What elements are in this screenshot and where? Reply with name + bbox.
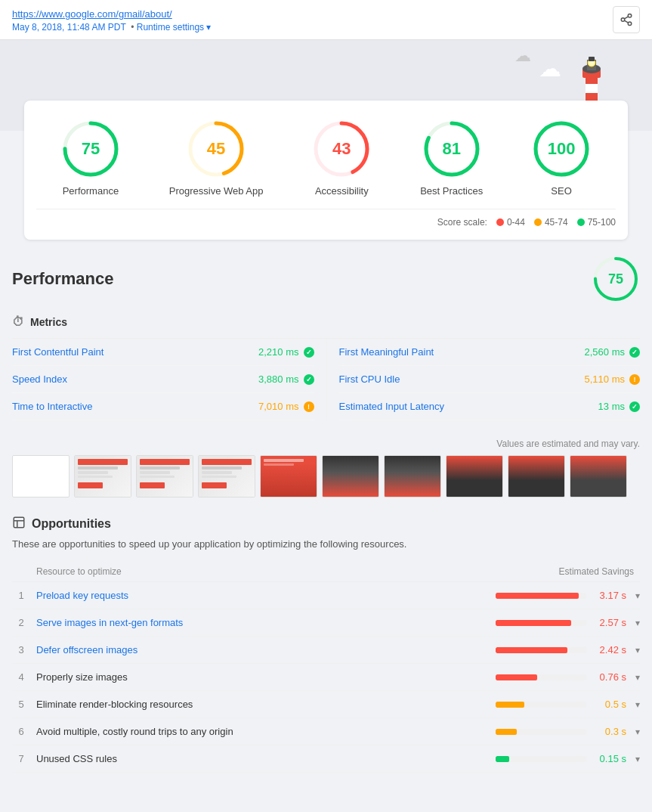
metric-si-status: ✓ bbox=[304, 374, 314, 385]
opp-row[interactable]: 1 Preload key requests 3.17 s ▾ bbox=[12, 582, 640, 609]
metric-fcp-name[interactable]: First Contentful Paint bbox=[12, 346, 104, 358]
opp-num: 5 bbox=[12, 699, 30, 710]
metric-tti-value: 7,010 ms ! bbox=[258, 401, 314, 412]
scale-orange: 45-74 bbox=[534, 217, 568, 228]
score-scale: Score scale: 0-44 45-74 75-100 bbox=[36, 209, 616, 228]
opp-row[interactable]: 5 Eliminate render-blocking resources 0.… bbox=[12, 691, 640, 718]
scale-green-label: 75-100 bbox=[588, 217, 616, 228]
opp-num: 7 bbox=[12, 753, 30, 764]
scale-red: 0-44 bbox=[496, 217, 525, 228]
metric-fmp-name[interactable]: First Meaningful Paint bbox=[339, 346, 434, 358]
savings-bar-container bbox=[496, 756, 586, 762]
metrics-grid: First Contentful Paint 2,210 ms ✓ Speed … bbox=[12, 338, 640, 420]
filmstrip-frame-8 bbox=[508, 455, 565, 497]
opp-row[interactable]: 6 Avoid multiple, costly round trips to … bbox=[12, 718, 640, 745]
savings-value: 0.76 s bbox=[592, 671, 626, 683]
opp-name[interactable]: Avoid multiple, costly round trips to an… bbox=[36, 726, 483, 737]
share-button[interactable] bbox=[613, 6, 640, 33]
scores-card: 75 Performance 45 Progressive Web App bbox=[24, 101, 628, 240]
expand-icon[interactable]: ▾ bbox=[635, 590, 640, 601]
opp-row[interactable]: 2 Serve images in next-gen formats 2.57 … bbox=[12, 609, 640, 637]
cloud-small-icon: ☁ bbox=[514, 46, 531, 66]
savings-bar bbox=[496, 647, 567, 653]
metric-tti-name[interactable]: Time to Interactive bbox=[12, 401, 92, 412]
opp-name[interactable]: Properly size images bbox=[36, 671, 483, 683]
opp-num: 1 bbox=[12, 590, 30, 601]
savings-value: 2.42 s bbox=[592, 644, 626, 655]
filmstrip-frame-6 bbox=[384, 455, 441, 497]
filmstrip-frame-0 bbox=[12, 455, 70, 497]
expand-icon[interactable]: ▾ bbox=[635, 727, 640, 737]
savings-bar bbox=[496, 729, 517, 735]
date-runtime: May 8, 2018, 11:48 AM PDT • Runtime sett… bbox=[12, 22, 211, 33]
metric-fci-value: 5,110 ms ! bbox=[585, 373, 640, 385]
metric-eil-value: 13 ms ✓ bbox=[598, 401, 640, 412]
cloud-icon: ☁ bbox=[539, 55, 561, 82]
metrics-header: ⏱ Metrics bbox=[12, 315, 640, 329]
opp-name[interactable]: Serve images in next-gen formats bbox=[36, 617, 483, 628]
performance-score: 75 bbox=[82, 139, 100, 159]
opp-row[interactable]: 7 Unused CSS rules 0.15 s ▾ bbox=[12, 745, 640, 773]
accessibility-score: 43 bbox=[332, 139, 351, 159]
opp-num: 6 bbox=[12, 726, 30, 737]
metric-fci-time: 5,110 ms bbox=[585, 373, 625, 385]
opportunities-description: These are opportunities to speed up your… bbox=[12, 538, 640, 550]
best-practices-circle: 81 bbox=[422, 119, 482, 179]
opp-savings: 0.76 s ▾ bbox=[489, 671, 640, 683]
metrics-right-col: First Meaningful Paint 2,560 ms ✓ First … bbox=[326, 339, 641, 420]
performance-section: Performance 75 ⏱ Metrics First Contentfu… bbox=[12, 255, 640, 420]
metrics-title: Metrics bbox=[30, 316, 67, 328]
metric-fmp: First Meaningful Paint 2,560 ms ✓ bbox=[339, 339, 641, 366]
svg-rect-14 bbox=[589, 57, 595, 61]
opp-row[interactable]: 3 Defer offscreen images 2.42 s ▾ bbox=[12, 637, 640, 664]
opp-savings: 2.57 s ▾ bbox=[489, 617, 640, 628]
performance-label: Performance bbox=[63, 185, 119, 197]
savings-bar-container bbox=[496, 593, 586, 599]
metric-si-value: 3,880 ms ✓ bbox=[258, 373, 314, 385]
opp-num: 2 bbox=[12, 617, 30, 628]
metric-fci-name[interactable]: First CPU Idle bbox=[339, 373, 400, 385]
metric-fci: First CPU Idle 5,110 ms ! bbox=[339, 366, 641, 393]
url-link[interactable]: https://www.google.com/gmail/about/ bbox=[12, 8, 172, 20]
metric-eil-name[interactable]: Estimated Input Latency bbox=[339, 401, 444, 412]
opportunities-header: Opportunities bbox=[12, 516, 640, 532]
opp-savings: 2.42 s ▾ bbox=[489, 644, 640, 655]
expand-icon[interactable]: ▾ bbox=[635, 618, 640, 628]
score-performance[interactable]: 75 Performance bbox=[60, 119, 121, 197]
opp-name[interactable]: Preload key requests bbox=[36, 590, 483, 601]
expand-icon[interactable]: ▾ bbox=[635, 672, 640, 683]
opp-table-header: Resource to optimize Estimated Savings bbox=[12, 562, 640, 582]
scale-green-dot bbox=[577, 218, 585, 226]
metric-si-name[interactable]: Speed Index bbox=[12, 373, 67, 385]
filmstrip-frame-2 bbox=[136, 455, 193, 497]
performance-title-row: Performance 75 bbox=[12, 255, 640, 303]
opp-name[interactable]: Eliminate render-blocking resources bbox=[36, 699, 483, 710]
url-area: https://www.google.com/gmail/about/ May … bbox=[12, 7, 211, 33]
seo-circle: 100 bbox=[531, 119, 592, 179]
score-best-practices[interactable]: 81 Best Practices bbox=[420, 119, 483, 197]
metric-tti-time: 7,010 ms bbox=[258, 401, 298, 412]
savings-bar bbox=[496, 702, 524, 708]
scores-row: 75 Performance 45 Progressive Web App bbox=[36, 119, 616, 197]
expand-icon[interactable]: ▾ bbox=[635, 645, 640, 655]
audit-date: May 8, 2018, 11:48 AM PDT bbox=[12, 22, 126, 33]
savings-value: 0.3 s bbox=[592, 726, 626, 737]
savings-bar-container bbox=[496, 647, 586, 653]
accessibility-label: Accessibility bbox=[315, 185, 369, 197]
expand-icon[interactable]: ▾ bbox=[635, 699, 640, 710]
svg-rect-27 bbox=[14, 517, 24, 528]
opp-name[interactable]: Defer offscreen images bbox=[36, 644, 483, 655]
page-url[interactable]: https://www.google.com/gmail/about/ bbox=[12, 7, 211, 20]
seo-score: 100 bbox=[548, 139, 576, 159]
score-accessibility[interactable]: 43 Accessibility bbox=[311, 119, 372, 197]
runtime-settings-link[interactable]: Runtime settings bbox=[137, 22, 204, 33]
expand-icon[interactable]: ▾ bbox=[635, 754, 640, 764]
metric-fmp-value: 2,560 ms ✓ bbox=[585, 346, 640, 358]
score-seo[interactable]: 100 SEO bbox=[531, 119, 592, 197]
opp-row[interactable]: 4 Properly size images 0.76 s ▾ bbox=[12, 664, 640, 691]
opp-name[interactable]: Unused CSS rules bbox=[36, 753, 483, 764]
savings-bar-container bbox=[496, 702, 586, 708]
metrics-clock-icon: ⏱ bbox=[12, 315, 24, 329]
svg-line-3 bbox=[624, 20, 628, 23]
score-pwa[interactable]: 45 Progressive Web App bbox=[169, 119, 264, 197]
